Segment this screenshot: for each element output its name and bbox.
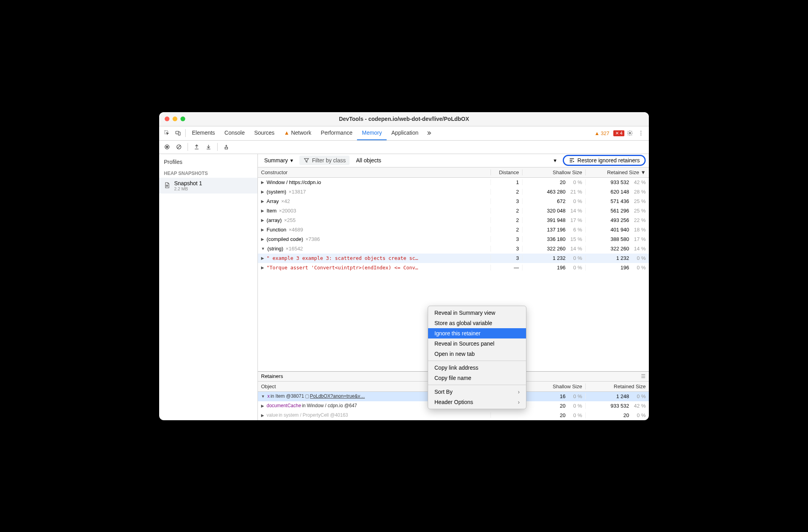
tab-performance[interactable]: Performance [316,126,357,140]
snapshot-name: Snapshot 1 [174,180,202,186]
menu-copy-file[interactable]: Copy file name [428,373,526,383]
menu-open-tab[interactable]: Open in new tab [428,349,526,359]
chevron-right-icon: › [518,399,520,405]
tab-memory[interactable]: Memory [357,126,387,140]
svg-point-3 [629,132,631,134]
summary-dropdown[interactable]: Summary ▾ [261,156,296,165]
table-row[interactable]: ▼(string)×165423322 26014 %322 26014 % [258,244,649,254]
clear-icon[interactable] [173,141,184,152]
status-counts[interactable]: ▲327 ✕4 [594,130,624,136]
filter-chip[interactable]: Filter by class [299,156,350,165]
kebab-icon[interactable] [635,128,646,139]
heap-snapshots-header: HEAP SNAPSHOTS [159,167,257,178]
record-icon[interactable] [162,141,173,152]
sort-desc-icon: ▼ [641,169,646,175]
gear-icon[interactable] [624,128,635,139]
close-window[interactable] [165,117,169,121]
svg-rect-11 [225,147,228,149]
disclosure-icon[interactable]: ▶ [261,209,264,213]
col-retained[interactable]: Retained Size [586,383,649,389]
profiles-header: Profiles [159,157,257,167]
disclosure-icon[interactable]: ▶ [261,227,264,232]
disclosure-icon[interactable]: ▶ [261,265,264,270]
col-constructor[interactable]: Constructor [258,169,491,175]
col-shallow[interactable]: Shallow Size [522,383,586,389]
table-row[interactable]: ▶(array)×2552391 94817 %493 25622 % [258,216,649,225]
snapshot-item[interactable]: Snapshot 1 2.2 MB [159,178,257,194]
tab-elements[interactable]: Elements [187,126,220,140]
menu-reveal-summary[interactable]: Reveal in Summary view [428,308,526,318]
chevron-down-icon: ▾ [554,157,556,164]
menu-icon[interactable]: ☰ [641,373,646,379]
disclosure-icon[interactable]: ▶ [261,180,264,184]
disclosure-icon[interactable]: ▼ [261,246,265,251]
traffic-lights [165,117,185,121]
svg-point-5 [641,133,641,133]
chevron-right-icon: › [518,389,520,395]
table-row[interactable]: ▶value in system / PropertyCell @4016320… [258,411,649,420]
table-row[interactable]: ▶Window / https://cdpn.io1200 %933 53242… [258,178,649,187]
subbar: Summary ▾ Filter by class All objects▾ R… [258,154,649,167]
table-row[interactable]: ▶Item×200032320 04814 %561 29625 % [258,206,649,216]
more-tabs-icon[interactable] [423,128,434,139]
tab-sources[interactable]: Sources [250,126,279,140]
svg-rect-2 [179,132,180,135]
sidebar: Profiles HEAP SNAPSHOTS Snapshot 1 2.2 M… [159,154,258,420]
menu-separator [428,385,526,385]
download-icon[interactable] [203,141,214,152]
svg-line-10 [177,145,180,149]
svg-point-4 [641,131,641,132]
grid-header: Constructor Distance Shallow Size Retain… [258,167,649,178]
restore-ignored-retainers-button[interactable]: Restore ignored retainers [563,155,646,166]
devtools-window: DevTools - codepen.io/web-dot-dev/live/P… [159,112,649,420]
disclosure-icon[interactable]: ▶ [261,237,264,241]
disclosure-icon[interactable]: ▶ [261,199,264,203]
disclosure-icon[interactable]: ▶ [261,413,264,417]
col-shallow[interactable]: Shallow Size [522,169,586,175]
minimize-window[interactable] [173,117,177,121]
svg-point-6 [641,135,641,135]
col-retained[interactable]: Retained Size ▼ [586,169,649,175]
device-toggle-icon[interactable] [173,128,184,139]
context-menu: Reveal in Summary view Store as global v… [428,306,526,409]
table-row[interactable]: ▶(system)×138172463 28021 %620 14828 % [258,187,649,197]
all-objects-dropdown[interactable]: All objects▾ [353,156,560,165]
table-row[interactable]: ▶(compiled code)×73863336 18015 %388 580… [258,235,649,244]
menu-sort-by[interactable]: Sort By› [428,387,526,397]
menu-header-options[interactable]: Header Options› [428,397,526,407]
disclosure-icon[interactable]: ▶ [261,218,264,222]
disclosure-icon[interactable]: ▶ [261,256,264,260]
table-row[interactable]: ▶Array×4236720 %571 43625 % [258,197,649,206]
disclosure-icon[interactable]: ▶ [261,190,264,194]
menu-ignore-retainer[interactable]: Ignore this retainer [428,328,526,338]
disclosure-icon[interactable]: ▶ [261,404,264,408]
maximize-window[interactable] [180,117,185,121]
tabbar: Elements Console Sources ▲Network Perfor… [159,126,649,141]
warning-icon: ▲ [594,130,599,136]
col-distance[interactable]: Distance [491,169,522,175]
table-row[interactable]: ▶"Torque assert 'Convert<uintptr>(endInd… [258,263,649,273]
menu-store-global[interactable]: Store as global variable [428,318,526,328]
inspect-icon[interactable] [162,128,173,139]
separator [185,129,186,137]
tab-console[interactable]: Console [220,126,249,140]
menu-reveal-sources[interactable]: Reveal in Sources panel [428,338,526,349]
error-icon: ✕ [615,131,619,136]
source-icon: ▢ [305,393,309,399]
table-row[interactable]: ▶Function×46892137 1966 %401 94018 % [258,225,649,235]
svg-point-8 [166,146,168,148]
tab-network[interactable]: ▲Network [279,126,316,140]
menu-separator [428,361,526,361]
titlebar: DevTools - codepen.io/web-dot-dev/live/P… [159,112,649,126]
menu-copy-link[interactable]: Copy link address [428,363,526,373]
snapshot-icon [164,182,171,189]
chevron-down-icon: ▾ [290,157,293,164]
warning-icon: ▲ [284,130,289,136]
snapshot-size: 2.2 MB [174,186,202,191]
window-title: DevTools - codepen.io/web-dot-dev/live/P… [159,116,649,122]
disclosure-icon[interactable]: ▼ [261,394,265,399]
upload-icon[interactable] [191,141,202,152]
table-row[interactable]: ▶" example 3 example 3: scattered object… [258,254,649,263]
tab-application[interactable]: Application [387,126,423,140]
gc-icon[interactable] [221,141,232,152]
